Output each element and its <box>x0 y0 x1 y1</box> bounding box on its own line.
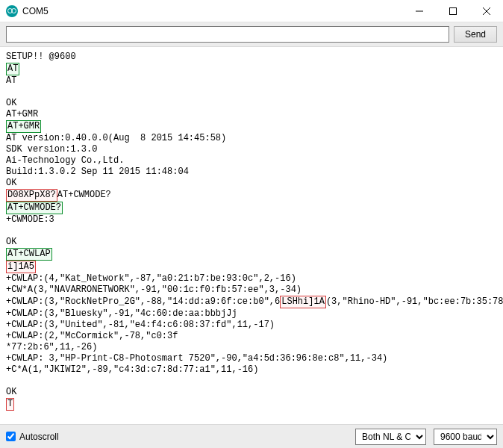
window-title: COM5 <box>22 6 49 16</box>
svg-rect-1 <box>449 7 456 14</box>
close-button[interactable] <box>469 0 503 22</box>
console-line: OK <box>6 387 497 398</box>
console-line: OK <box>6 98 497 109</box>
console-line: OK <box>6 237 497 248</box>
statusbar: Autoscroll Both NL & CR 9600 baud <box>0 424 503 448</box>
send-button[interactable]: Send <box>454 26 497 43</box>
console-line: AT+GMR <box>6 120 497 133</box>
console-line: *77:2b:6",11,-26) <box>6 342 497 353</box>
console-line: AT+GMR <box>6 109 497 120</box>
console-line: AT+CWLAP <box>6 248 497 261</box>
console-line: SDK version:1.3.0 <box>6 144 497 155</box>
console-line: +CWLAP:(3,"Bluesky",-91,"4c:60:de:aa:bbb… <box>6 308 497 320</box>
baud-select[interactable]: 9600 baud <box>434 429 497 445</box>
autoscroll-label: Autoscroll <box>19 432 59 442</box>
console-line: D08XPpX8?AT+CWMODE? <box>6 189 497 202</box>
console-line: T <box>6 398 497 411</box>
line-ending-select[interactable]: Both NL & CR <box>355 429 426 445</box>
console-line <box>6 87 497 98</box>
console-line: +CWLAP: 3,"HP-Print-C8-Photosmart 7520",… <box>6 353 497 364</box>
autoscroll-checkbox[interactable]: Autoscroll <box>6 432 59 442</box>
command-input[interactable] <box>6 26 449 43</box>
console-line: +CWMODE:3 <box>6 214 497 225</box>
console-line: +CW*A(3,"NAVARRONETWORK",-91,"00:1c:f0:f… <box>6 284 497 296</box>
toolbar: Send <box>0 22 503 47</box>
maximize-button[interactable] <box>436 0 469 22</box>
console-line: Ai-Technology Co.,Ltd. <box>6 155 497 167</box>
console-line: SETUP!! @9600 <box>6 52 497 63</box>
console-line: +CWLAP:(4,"Kat_Network",-87,"a0:21:b7:be… <box>6 273 497 284</box>
console-line: AT version:0.40.0.0(Aug 8 2015 14:45:58) <box>6 133 497 144</box>
console-line: +CWLAP:(3,"RockNetPro_2G",-88,"14:dd:a9:… <box>6 296 497 308</box>
autoscroll-input[interactable] <box>6 432 16 441</box>
console-line: AT+CWMODE? <box>6 202 497 214</box>
console-line: +CWLAP:(2,"McCormick",-78,"c0:3f <box>6 331 497 342</box>
console-line: +C*A(1,"JKIWI2",-89,"c4:3d:c7:8d:77:a1",… <box>6 364 497 376</box>
console-line: +CWLAP:(3,"United",-81,"e4:f4:c6:08:37:f… <box>6 320 497 331</box>
arduino-icon <box>6 5 18 17</box>
console-line: i]1A5 <box>6 261 497 273</box>
console-line <box>6 225 497 237</box>
serial-console[interactable]: SETUP!! @9600ATAT OKAT+GMRAT+GMRAT versi… <box>0 47 503 424</box>
console-line <box>6 376 497 387</box>
console-line: AT <box>6 63 497 75</box>
console-line: OK <box>6 178 497 189</box>
console-line: Build:1.3.0.2 Sep 11 2015 11:48:04 <box>6 167 497 178</box>
titlebar: COM5 <box>0 0 503 22</box>
console-line: AT <box>6 75 497 87</box>
minimize-button[interactable] <box>402 0 436 22</box>
